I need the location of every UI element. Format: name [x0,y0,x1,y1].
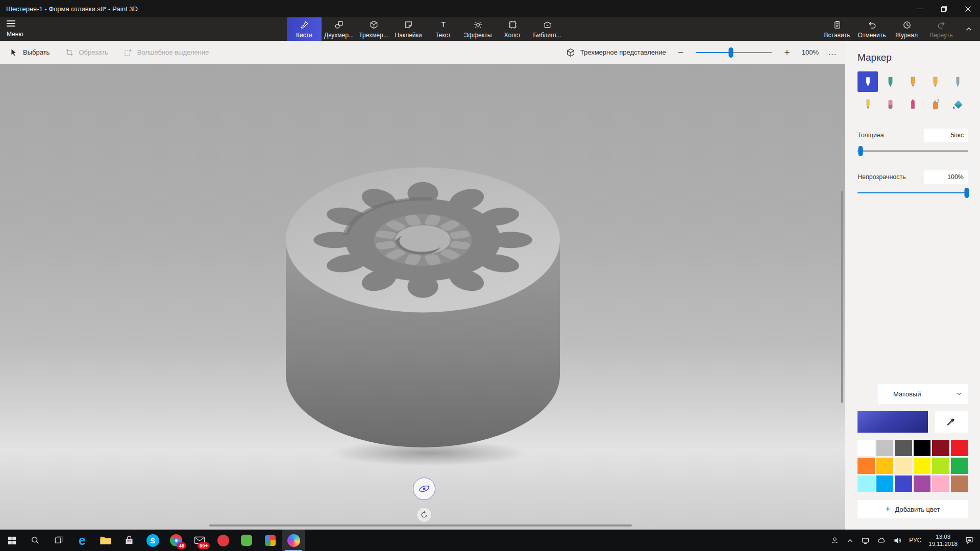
current-color-swatch[interactable] [857,411,928,433]
eyedropper-button[interactable] [935,411,968,433]
brush-pencil[interactable] [857,94,878,114]
palette-swatch[interactable] [895,440,912,456]
brush-oil[interactable] [902,71,923,92]
palette-swatch[interactable] [914,440,931,456]
palette-swatch[interactable] [895,475,912,492]
menu-button[interactable]: Меню [0,17,36,41]
onedrive-cloud-icon[interactable] [877,536,886,545]
palette-swatch[interactable] [914,475,931,492]
brush-calligraphy-pen[interactable] [880,71,900,92]
palette-swatch[interactable] [932,475,949,492]
search-button[interactable] [23,530,47,551]
crop-button[interactable]: Обрезать [65,48,108,57]
taskbar-app-paint3d[interactable] [282,530,305,551]
library-box-icon [543,20,552,30]
tab-stickers[interactable]: Наклейки [391,17,426,41]
restore-button[interactable] [932,0,956,17]
thickness-slider[interactable] [857,146,968,156]
paste-button[interactable]: Вставить [820,17,854,41]
horizontal-scrollbar[interactable] [209,524,632,527]
rotate-3d-control[interactable] [413,478,435,500]
taskbar-clock[interactable]: 13:03 19.11.2018 [928,533,958,547]
palette-swatch[interactable] [857,458,875,474]
vertical-scrollbar[interactable] [841,191,843,403]
palette-swatch[interactable] [914,458,931,474]
finish-value: Матовый [893,390,921,398]
taskbar-app-browser[interactable]: 48 [164,530,188,551]
magic-select-button[interactable]: Волшебное выделение [124,48,209,57]
palette-swatch[interactable] [876,458,894,474]
opacity-input[interactable]: 100% [924,170,968,184]
palette-swatch[interactable] [876,475,894,492]
taskbar-app-edge[interactable]: e [70,530,94,551]
oil-brush-icon [906,76,919,88]
zoom-in-button[interactable]: + [781,47,793,58]
palette-swatch[interactable] [951,475,968,492]
thickness-input[interactable]: 5пкс [924,129,968,142]
tab-canvas[interactable]: Холст [495,17,530,41]
network-icon[interactable] [861,536,870,545]
action-center-icon[interactable] [965,536,974,545]
system-tray: РУС 13:03 19.11.2018 [830,530,980,551]
add-color-button[interactable]: + Добавить цвет [857,500,968,518]
task-view-button[interactable] [47,530,70,551]
palette-swatch[interactable] [857,440,875,456]
tab-2d-shapes[interactable]: Двухмер... [322,17,356,41]
reset-view-button[interactable] [416,507,432,522]
taskbar-app-green[interactable] [235,530,258,551]
opacity-slider[interactable] [857,188,968,198]
palette-swatch[interactable] [857,475,875,492]
view-3d-toggle[interactable]: Трехмерное представление [566,47,666,58]
minimize-button[interactable] [908,0,932,17]
tab-text[interactable]: T Текст [426,17,460,41]
taskbar-app-mail[interactable]: 99+ [188,530,211,551]
tab-library[interactable]: Библиот... [530,17,565,41]
collapse-ribbon-button[interactable] [960,17,978,41]
thickness-slider-track[interactable] [857,151,968,152]
taskbar-app-store[interactable] [117,530,141,551]
edge-icon: e [79,534,86,547]
language-indicator[interactable]: РУС [909,537,921,544]
more-options-button[interactable]: … [828,47,837,58]
tray-chevron-up-icon[interactable] [846,537,854,544]
tab-effects[interactable]: Эффекты [460,17,495,41]
taskbar-app-media[interactable] [258,530,282,551]
redo-button[interactable]: Вернуть [924,17,959,41]
folder-icon [100,535,112,545]
palette-swatch[interactable] [951,440,968,456]
brush-eraser[interactable] [880,94,900,114]
zoom-slider[interactable] [696,47,772,58]
brush-marker[interactable] [857,71,878,92]
finish-dropdown[interactable]: Матовый [878,384,968,404]
gear-mold-3d-model[interactable] [284,162,562,450]
tab-3d-shapes[interactable]: Трехмер... [356,17,391,41]
history-button[interactable]: Журнал [889,17,924,41]
palette-swatch[interactable] [932,440,949,456]
brush-spray-can[interactable] [925,94,945,114]
brush-crayon[interactable] [902,94,923,114]
select-button[interactable]: Выбрать [9,48,50,57]
palette-swatch[interactable] [951,458,968,474]
brush-pixel-pen[interactable] [947,71,968,92]
titlebar[interactable]: Шестерня-1 - Форма отливки.stl* - Paint … [0,0,980,17]
palette-swatch[interactable] [876,440,894,456]
start-button[interactable] [0,530,23,551]
undo-button[interactable]: Отменить [854,17,889,41]
palette-swatch[interactable] [932,458,949,474]
taskbar-app-skype[interactable]: S [141,530,164,551]
zoom-slider-handle[interactable] [728,47,733,58]
close-button[interactable] [956,0,980,17]
tab-brushes[interactable]: Кисти [287,17,322,41]
history-clock-icon [902,20,912,30]
volume-icon[interactable] [893,536,902,545]
brush-fill[interactable] [947,94,968,114]
brush-watercolor[interactable] [925,71,945,92]
taskbar-app-red[interactable] [211,530,235,551]
opacity-slider-handle[interactable] [964,188,969,198]
people-icon[interactable] [830,536,839,545]
palette-swatch[interactable] [895,458,912,474]
taskbar-app-explorer[interactable] [94,530,117,551]
zoom-out-button[interactable]: − [675,47,687,58]
thickness-slider-handle[interactable] [859,146,863,156]
eyedropper-icon [946,417,957,427]
